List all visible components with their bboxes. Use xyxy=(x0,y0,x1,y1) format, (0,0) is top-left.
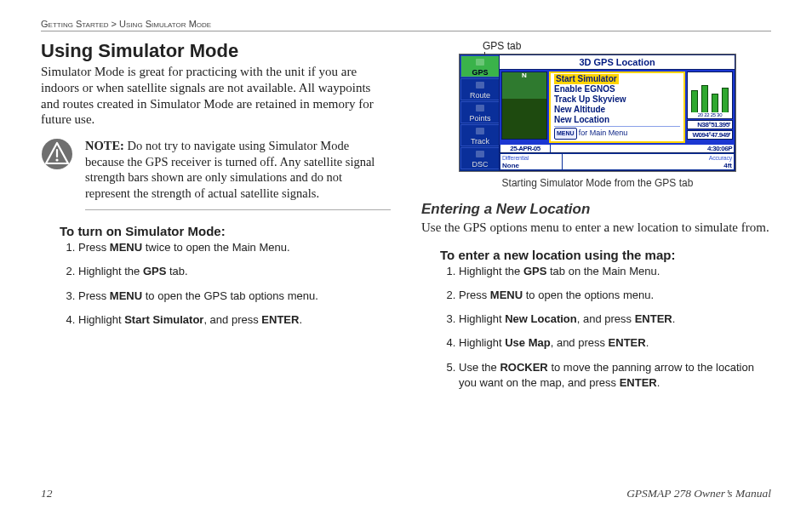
list-item: Highlight Use Map, and press ENTER. xyxy=(459,335,771,351)
menu-footer: MENUfor Main Menu xyxy=(554,126,680,140)
signal-bars: 20 22 25 30 xyxy=(687,71,733,119)
manual-title: GPSMAP 278 Owner’s Manual xyxy=(626,487,771,500)
device-screen: 3D GPS Location Start Simulator Enable E… xyxy=(499,54,735,171)
breadcrumb-sep: > xyxy=(112,19,117,29)
enter-location-steps: Highlight the GPS tab on the Main Menu. … xyxy=(440,264,771,391)
list-item: Highlight the GPS tab. xyxy=(78,264,391,279)
menu-footer-text: for Main Menu xyxy=(579,129,628,137)
note-block: NOTE: Do not try to navigate using Simul… xyxy=(41,136,391,210)
right-column: GPS tab GPS Route Points Track DSC 3D GP… xyxy=(421,37,771,399)
breadcrumb-section: Using Simulator Mode xyxy=(119,19,211,29)
device-screenshot: GPS Route Points Track DSC 3D GPS Locati… xyxy=(459,54,736,172)
figure-caption: Starting Simulator Mode from the GPS tab xyxy=(459,177,736,189)
coord-lon: W094°47.949' xyxy=(687,130,733,140)
list-item: Press MENU to open the options menu. xyxy=(459,288,771,303)
sidebar-item-dsc: DSC xyxy=(460,147,499,169)
entering-intro: Use the GPS options menu to enter a new … xyxy=(421,220,771,236)
list-item: Press MENU to open the GPS tab options m… xyxy=(78,289,391,304)
menu-item-new-altitude: New Altitude xyxy=(554,105,680,115)
figure-top-label: GPS tab xyxy=(421,40,771,52)
breadcrumb-chapter: Getting Started xyxy=(41,19,109,29)
options-menu: Start Simulator Enable EGNOS Track Up Sk… xyxy=(549,71,685,143)
left-column: Using Simulator Mode Simulator Mode is g… xyxy=(41,37,391,399)
list-item: Use the ROCKER to move the panning arrow… xyxy=(459,360,771,391)
sidebar-item-points: Points xyxy=(460,101,499,123)
page-footer: 12 GPSMAP 278 Owner’s Manual xyxy=(41,487,771,500)
enter-location-subheading: To enter a new location using the map: xyxy=(440,248,771,262)
sat-labels: 20 22 25 30 xyxy=(688,112,732,118)
list-item: Highlight the GPS tab on the Main Menu. xyxy=(459,264,771,279)
list-item: Highlight Start Simulator, and press ENT… xyxy=(78,312,391,328)
sidebar-item-track: Track xyxy=(460,124,499,146)
signal-pane: 20 22 25 30 N38°51.395' W094°47.949' xyxy=(687,71,733,140)
page-number: 12 xyxy=(41,487,53,500)
time-cell: 4:30:06P xyxy=(551,145,734,152)
intro-text: Simulator Mode is great for practicing w… xyxy=(41,64,391,128)
menu-item-start-simulator: Start Simulator xyxy=(554,74,619,84)
figure: GPS tab GPS Route Points Track DSC 3D GP… xyxy=(421,40,771,189)
note-body: Do not try to navigate using Simulator M… xyxy=(85,139,375,200)
status-differential: Differential None xyxy=(500,154,562,169)
date-cell: 25-APR-05 xyxy=(500,145,550,152)
note-label: NOTE: xyxy=(85,139,124,152)
device-sidebar: GPS Route Points Track DSC xyxy=(460,54,499,171)
coord-lat: N38°51.395' xyxy=(687,120,733,129)
menu-key-badge: MENU xyxy=(554,128,577,140)
page-title: Using Simulator Mode xyxy=(41,40,391,62)
menu-item-track-up: Track Up Skyview xyxy=(554,94,680,105)
turn-on-steps: Press MENU twice to open the Main Menu. … xyxy=(60,240,391,328)
status-accuracy: Accuracy 4ft xyxy=(563,154,734,169)
list-item: Highlight New Location, and press ENTER. xyxy=(459,312,771,327)
list-item: Press MENU twice to open the Main Menu. xyxy=(78,240,391,255)
svg-point-3 xyxy=(55,158,58,161)
menu-item-enable-egnos: Enable EGNOS xyxy=(554,84,680,94)
sidebar-item-route: Route xyxy=(460,78,499,100)
breadcrumb: Getting Started > Using Simulator Mode xyxy=(41,19,771,31)
sidebar-item-gps: GPS xyxy=(460,55,499,77)
screen-title: 3D GPS Location xyxy=(500,55,735,70)
menu-item-new-location: New Location xyxy=(554,115,680,125)
note-text: NOTE: Do not try to navigate using Simul… xyxy=(85,136,391,210)
map-preview xyxy=(501,71,547,140)
warning-icon xyxy=(41,138,73,174)
turn-on-heading: To turn on Simulator Mode: xyxy=(60,224,391,238)
entering-heading: Entering a New Location xyxy=(421,201,771,218)
